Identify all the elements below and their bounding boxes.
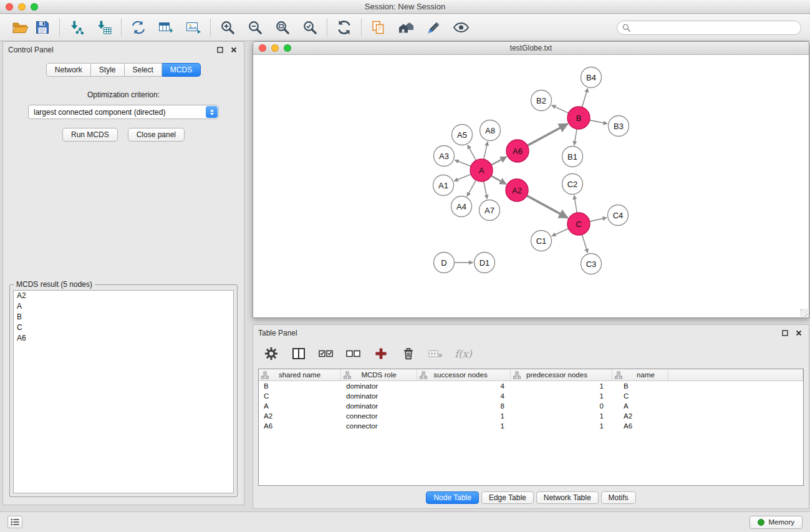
delete-table-button[interactable] <box>399 345 418 362</box>
float-table-panel-button[interactable] <box>780 328 790 338</box>
table-row[interactable]: Cdominator41C <box>259 391 803 401</box>
tab-network-table[interactable]: Network Table <box>536 491 599 504</box>
graph-node-A[interactable]: A <box>470 159 493 181</box>
maximize-network-window-button[interactable] <box>284 44 291 52</box>
home-button[interactable] <box>395 17 417 38</box>
close-network-window-button[interactable] <box>259 44 266 52</box>
column-header-mcds-role[interactable]: MCDS role <box>341 369 417 380</box>
import-network-file-button[interactable] <box>65 17 88 38</box>
graph-node-B4[interactable]: B4 <box>581 67 602 88</box>
search-box[interactable] <box>617 21 801 35</box>
run-mcds-button[interactable]: Run MCDS <box>62 128 118 142</box>
graph-edge-A6-B[interactable] <box>528 124 568 146</box>
graph-edge-B-B1[interactable] <box>574 129 577 145</box>
graph-node-C1[interactable]: C1 <box>531 231 552 251</box>
graph-node-B2[interactable]: B2 <box>531 90 552 111</box>
export-image-button[interactable] <box>182 17 205 38</box>
deselect-all-button[interactable] <box>344 345 363 362</box>
tab-node-table[interactable]: Node Table <box>426 491 479 504</box>
table-row[interactable]: A2connector11A2 <box>259 411 803 421</box>
column-header-name[interactable]: name <box>612 369 668 380</box>
maximize-window-button[interactable] <box>31 3 38 11</box>
zoom-out-button[interactable] <box>244 17 266 38</box>
zoom-in-button[interactable] <box>216 17 239 38</box>
open-folder-button[interactable] <box>9 17 31 38</box>
minimize-window-button[interactable] <box>18 3 26 11</box>
zoom-fit-button[interactable] <box>271 17 294 38</box>
result-list-item[interactable]: A6 <box>14 333 233 344</box>
graph-node-D[interactable]: D <box>434 253 455 273</box>
select-all-button[interactable] <box>317 345 335 362</box>
zoom-selected-button[interactable] <box>299 17 321 38</box>
graph-node-D1[interactable]: D1 <box>475 253 495 273</box>
graph-edge-A-A5[interactable] <box>468 145 476 160</box>
graph-node-C[interactable]: C <box>567 213 590 235</box>
graph-node-B[interactable]: B <box>567 107 590 129</box>
result-list-item[interactable]: B <box>14 312 233 322</box>
graph-node-C4[interactable]: C4 <box>608 205 629 226</box>
graph-edge-B-B2[interactable] <box>552 105 569 114</box>
table-settings-button[interactable] <box>262 345 281 362</box>
graph-edge-C-C1[interactable] <box>552 228 569 236</box>
result-list-item[interactable]: C <box>14 322 233 333</box>
graph-node-A4[interactable]: A4 <box>451 196 472 217</box>
show-hide-graphics-button[interactable] <box>450 17 472 38</box>
graph-edge-A-A7[interactable] <box>484 181 488 199</box>
refresh-layout-button[interactable] <box>333 17 355 38</box>
tab-select[interactable]: Select <box>125 63 162 77</box>
graph-node-A3[interactable]: A3 <box>434 146 455 167</box>
network-window-titlebar[interactable]: testGlobe.txt <box>253 42 809 55</box>
minimize-network-window-button[interactable] <box>271 44 279 52</box>
graph-edge-B-B4[interactable] <box>582 89 587 107</box>
resize-grip[interactable] <box>800 309 808 317</box>
graph-edge-C-C4[interactable] <box>590 218 607 221</box>
memory-button[interactable]: Memory <box>750 516 803 529</box>
table-row[interactable]: Bdominator41B <box>259 381 803 391</box>
table-row[interactable]: Adominator80A <box>259 401 803 411</box>
copy-button[interactable] <box>367 17 390 38</box>
tab-mcds[interactable]: MCDS <box>162 63 201 77</box>
tab-edge-table[interactable]: Edge Table <box>481 491 534 504</box>
close-panel-button[interactable] <box>229 45 239 55</box>
tab-motifs[interactable]: Motifs <box>601 491 636 504</box>
graph-edge-A2-C[interactable] <box>527 196 568 218</box>
show-columns-button[interactable] <box>289 345 308 362</box>
tab-style[interactable]: Style <box>91 63 125 77</box>
graph-node-B3[interactable]: B3 <box>609 116 629 137</box>
graph-node-A8[interactable]: A8 <box>480 120 501 141</box>
network-canvas[interactable]: B4B2BB3A5A8A6B1A3AC2A1A2A4A7C4CC1C3DD1 <box>253 56 809 317</box>
close-table-panel-button[interactable] <box>794 328 804 338</box>
function-builder-button[interactable]: f(x) <box>454 345 473 362</box>
delete-column-button[interactable] <box>427 345 445 362</box>
network-canvas-svg[interactable]: B4B2BB3A5A8A6B1A3AC2A1A2A4A7C4CC1C3DD1 <box>253 56 809 317</box>
tab-network[interactable]: Network <box>46 63 91 77</box>
graph-node-C3[interactable]: C3 <box>581 254 602 274</box>
mcds-result-list[interactable]: A2ABCA6 <box>13 290 234 493</box>
graph-node-A7[interactable]: A7 <box>480 200 500 221</box>
close-window-button[interactable] <box>6 3 13 11</box>
graph-node-A2[interactable]: A2 <box>506 179 528 201</box>
graph-node-B1[interactable]: B1 <box>562 147 583 167</box>
graph-node-C2[interactable]: C2 <box>562 174 583 195</box>
column-header-shared-name[interactable]: shared name <box>259 369 341 380</box>
task-history-button[interactable] <box>7 516 22 528</box>
graph-node-A5[interactable]: A5 <box>452 125 473 145</box>
graph-edge-A-A3[interactable] <box>455 160 471 167</box>
table-row[interactable]: A6connector11A6 <box>259 421 803 431</box>
graph-edge-A-A1[interactable] <box>454 175 471 181</box>
float-panel-button[interactable] <box>215 45 225 55</box>
graph-edge-A-A2[interactable] <box>491 176 506 184</box>
annotate-button[interactable] <box>422 17 445 38</box>
search-input[interactable] <box>634 23 796 32</box>
graph-edge-A-A4[interactable] <box>467 180 476 196</box>
clone-network-button[interactable] <box>127 17 150 38</box>
graph-edge-C-C3[interactable] <box>582 235 587 253</box>
column-header-predecessor-nodes[interactable]: predecessor nodes <box>511 369 612 380</box>
graph-node-A1[interactable]: A1 <box>433 175 454 196</box>
result-list-item[interactable]: A <box>14 301 233 312</box>
graph-edge-B-B3[interactable] <box>590 120 607 124</box>
save-session-button[interactable] <box>31 17 54 38</box>
graph-edge-A-A6[interactable] <box>491 157 507 165</box>
add-column-button[interactable] <box>372 345 390 362</box>
graph-node-A6[interactable]: A6 <box>506 140 529 162</box>
